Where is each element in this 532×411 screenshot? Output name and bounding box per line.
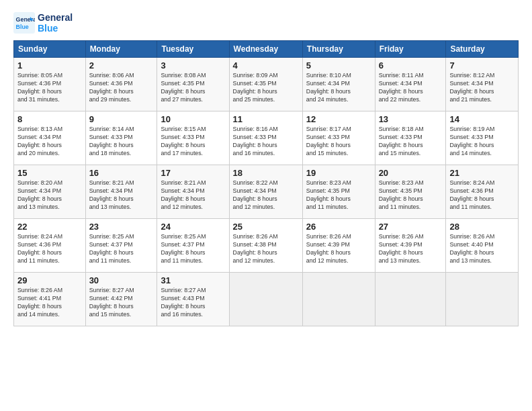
day-info: Sunrise: 8:22 AM Sunset: 4:34 PM Dayligh… — [233, 179, 299, 212]
calendar-header-row: Sunday Monday Tuesday Wednesday Thursday… — [14, 41, 519, 58]
calendar-week-row: 22Sunrise: 8:24 AM Sunset: 4:36 PM Dayli… — [14, 219, 519, 273]
day-info: Sunrise: 8:20 AM Sunset: 4:34 PM Dayligh… — [17, 179, 82, 212]
table-row: 23Sunrise: 8:25 AM Sunset: 4:37 PM Dayli… — [85, 219, 157, 273]
col-thursday: Thursday — [302, 41, 375, 58]
table-row: 7Sunrise: 8:12 AM Sunset: 4:34 PM Daylig… — [446, 58, 519, 111]
table-row — [302, 273, 375, 326]
table-row: 8Sunrise: 8:13 AM Sunset: 4:34 PM Daylig… — [14, 111, 86, 165]
day-info: Sunrise: 8:23 AM Sunset: 4:35 PM Dayligh… — [306, 179, 371, 212]
table-row: 4Sunrise: 8:09 AM Sunset: 4:35 PM Daylig… — [229, 58, 302, 111]
day-info: Sunrise: 8:26 AM Sunset: 4:38 PM Dayligh… — [233, 233, 299, 265]
table-row: 2Sunrise: 8:06 AM Sunset: 4:36 PM Daylig… — [85, 58, 157, 111]
day-number: 26 — [306, 222, 371, 232]
header: General Blue General Blue — [13, 12, 519, 34]
day-info: Sunrise: 8:06 AM Sunset: 4:36 PM Dayligh… — [89, 72, 154, 104]
day-number: 24 — [161, 222, 225, 232]
table-row — [229, 273, 302, 326]
day-info: Sunrise: 8:21 AM Sunset: 4:34 PM Dayligh… — [161, 179, 225, 212]
day-info: Sunrise: 8:10 AM Sunset: 4:34 PM Dayligh… — [306, 72, 371, 104]
table-row: 10Sunrise: 8:15 AM Sunset: 4:33 PM Dayli… — [157, 111, 229, 165]
day-number: 22 — [17, 222, 82, 232]
table-row: 12Sunrise: 8:17 AM Sunset: 4:33 PM Dayli… — [302, 111, 375, 165]
day-number: 9 — [89, 114, 154, 124]
day-info: Sunrise: 8:09 AM Sunset: 4:35 PM Dayligh… — [233, 72, 299, 104]
day-info: Sunrise: 8:27 AM Sunset: 4:43 PM Dayligh… — [161, 287, 225, 319]
day-info: Sunrise: 8:18 AM Sunset: 4:33 PM Dayligh… — [379, 126, 443, 158]
day-number: 5 — [306, 60, 371, 71]
day-number: 28 — [449, 222, 515, 232]
day-info: Sunrise: 8:05 AM Sunset: 4:36 PM Dayligh… — [17, 72, 82, 104]
day-number: 4 — [233, 60, 299, 71]
day-info: Sunrise: 8:26 AM Sunset: 4:39 PM Dayligh… — [306, 233, 371, 265]
day-number: 11 — [233, 114, 299, 124]
table-row: 9Sunrise: 8:14 AM Sunset: 4:33 PM Daylig… — [85, 111, 157, 165]
day-info: Sunrise: 8:23 AM Sunset: 4:35 PM Dayligh… — [379, 179, 443, 212]
day-number: 12 — [306, 114, 371, 124]
day-number: 7 — [449, 60, 515, 71]
day-info: Sunrise: 8:26 AM Sunset: 4:41 PM Dayligh… — [17, 287, 82, 319]
table-row: 11Sunrise: 8:16 AM Sunset: 4:33 PM Dayli… — [229, 111, 302, 165]
day-info: Sunrise: 8:27 AM Sunset: 4:42 PM Dayligh… — [89, 287, 154, 319]
table-row — [446, 273, 519, 326]
calendar-table: Sunday Monday Tuesday Wednesday Thursday… — [13, 40, 519, 326]
day-info: Sunrise: 8:24 AM Sunset: 4:36 PM Dayligh… — [17, 233, 82, 265]
day-info: Sunrise: 8:21 AM Sunset: 4:34 PM Dayligh… — [89, 179, 154, 212]
calendar-week-row: 8Sunrise: 8:13 AM Sunset: 4:34 PM Daylig… — [14, 111, 519, 165]
table-row: 28Sunrise: 8:26 AM Sunset: 4:40 PM Dayli… — [446, 219, 519, 273]
table-row: 22Sunrise: 8:24 AM Sunset: 4:36 PM Dayli… — [14, 219, 86, 273]
day-number: 21 — [449, 168, 515, 178]
table-row: 1Sunrise: 8:05 AM Sunset: 4:36 PM Daylig… — [14, 58, 86, 111]
day-number: 30 — [89, 275, 154, 285]
day-info: Sunrise: 8:14 AM Sunset: 4:33 PM Dayligh… — [89, 126, 154, 158]
col-friday: Friday — [375, 41, 446, 58]
col-tuesday: Tuesday — [157, 41, 229, 58]
col-wednesday: Wednesday — [229, 41, 302, 58]
day-number: 10 — [161, 114, 225, 124]
table-row: 13Sunrise: 8:18 AM Sunset: 4:33 PM Dayli… — [375, 111, 446, 165]
svg-text:Blue: Blue — [16, 24, 29, 30]
table-row: 3Sunrise: 8:08 AM Sunset: 4:35 PM Daylig… — [157, 58, 229, 111]
day-info: Sunrise: 8:11 AM Sunset: 4:34 PM Dayligh… — [379, 72, 443, 104]
day-info: Sunrise: 8:25 AM Sunset: 4:37 PM Dayligh… — [89, 233, 154, 265]
col-saturday: Saturday — [446, 41, 519, 58]
day-info: Sunrise: 8:25 AM Sunset: 4:37 PM Dayligh… — [161, 233, 225, 265]
day-info: Sunrise: 8:08 AM Sunset: 4:35 PM Dayligh… — [161, 72, 225, 104]
table-row: 15Sunrise: 8:20 AM Sunset: 4:34 PM Dayli… — [14, 165, 86, 219]
day-info: Sunrise: 8:26 AM Sunset: 4:39 PM Dayligh… — [379, 233, 443, 265]
logo-general: General — [38, 12, 73, 23]
day-number: 16 — [89, 168, 154, 178]
day-number: 25 — [233, 222, 299, 232]
page: General Blue General Blue Sunday Monday … — [0, 0, 532, 411]
day-number: 3 — [161, 60, 225, 71]
day-info: Sunrise: 8:26 AM Sunset: 4:40 PM Dayligh… — [449, 233, 515, 265]
day-number: 1 — [17, 60, 82, 71]
table-row — [375, 273, 446, 326]
calendar-week-row: 1Sunrise: 8:05 AM Sunset: 4:36 PM Daylig… — [14, 58, 519, 111]
day-number: 31 — [161, 275, 225, 285]
col-sunday: Sunday — [14, 41, 86, 58]
day-number: 29 — [17, 275, 82, 285]
day-number: 19 — [306, 168, 371, 178]
table-row: 5Sunrise: 8:10 AM Sunset: 4:34 PM Daylig… — [302, 58, 375, 111]
table-row: 29Sunrise: 8:26 AM Sunset: 4:41 PM Dayli… — [14, 273, 86, 326]
table-row: 27Sunrise: 8:26 AM Sunset: 4:39 PM Dayli… — [375, 219, 446, 273]
table-row: 16Sunrise: 8:21 AM Sunset: 4:34 PM Dayli… — [85, 165, 157, 219]
table-row: 6Sunrise: 8:11 AM Sunset: 4:34 PM Daylig… — [375, 58, 446, 111]
day-number: 15 — [17, 168, 82, 178]
logo-blue: Blue — [38, 23, 73, 34]
table-row: 21Sunrise: 8:24 AM Sunset: 4:36 PM Dayli… — [446, 165, 519, 219]
day-number: 17 — [161, 168, 225, 178]
table-row: 30Sunrise: 8:27 AM Sunset: 4:42 PM Dayli… — [85, 273, 157, 326]
day-number: 2 — [89, 60, 154, 71]
day-number: 13 — [379, 114, 443, 124]
day-info: Sunrise: 8:15 AM Sunset: 4:33 PM Dayligh… — [161, 126, 225, 158]
logo: General Blue General Blue — [13, 12, 73, 34]
day-number: 23 — [89, 222, 154, 232]
calendar-week-row: 29Sunrise: 8:26 AM Sunset: 4:41 PM Dayli… — [14, 273, 519, 326]
table-row: 26Sunrise: 8:26 AM Sunset: 4:39 PM Dayli… — [302, 219, 375, 273]
day-number: 6 — [379, 60, 443, 71]
table-row: 24Sunrise: 8:25 AM Sunset: 4:37 PM Dayli… — [157, 219, 229, 273]
table-row: 14Sunrise: 8:19 AM Sunset: 4:33 PM Dayli… — [446, 111, 519, 165]
table-row: 18Sunrise: 8:22 AM Sunset: 4:34 PM Dayli… — [229, 165, 302, 219]
day-info: Sunrise: 8:13 AM Sunset: 4:34 PM Dayligh… — [17, 126, 82, 158]
